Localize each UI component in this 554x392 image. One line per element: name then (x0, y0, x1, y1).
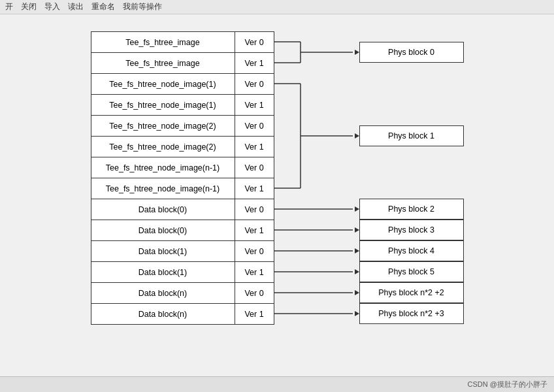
phys-block: Phys block 0 (359, 42, 464, 63)
toolbar-ops[interactable]: 我前等操作 (123, 1, 162, 12)
toolbar-close[interactable]: 关闭 (21, 1, 37, 12)
table-name-cell: Tee_fs_htree_node_image(n-1) (91, 157, 235, 178)
table-name-cell: Data block(0) (91, 199, 235, 220)
footer-text: CSDN @摸肚子的小胖子 (468, 380, 547, 389)
bottom-bar: CSDN @摸肚子的小胖子 (0, 376, 554, 392)
table-name-cell: Data block(1) (91, 241, 235, 262)
table-ver-cell: Ver 1 (235, 304, 274, 325)
table-ver-cell: Ver 1 (235, 262, 274, 283)
phys-block: Phys block n*2 +3 (359, 303, 464, 324)
table-ver-cell: Ver 0 (235, 157, 274, 178)
table-ver-cell: Ver 0 (235, 199, 274, 220)
toolbar: 开 关闭 导入 读出 重命名 我前等操作 (0, 0, 554, 14)
table-ver-cell: Ver 1 (235, 178, 274, 199)
phys-block: Phys block 1 (359, 125, 464, 146)
table-ver-cell: Ver 1 (235, 137, 274, 157)
table-name-cell: Data block(1) (91, 262, 235, 283)
table-ver-cell: Ver 0 (235, 283, 274, 304)
left-table: Tee_fs_htree_imageVer 0Tee_fs_htree_imag… (91, 31, 274, 325)
table-ver-cell: Ver 0 (235, 74, 274, 95)
table-ver-cell: Ver 0 (235, 32, 274, 53)
svg-marker-17 (355, 269, 359, 274)
table-ver-cell: Ver 1 (235, 220, 274, 241)
phys-block: Phys block 2 (359, 199, 464, 220)
phys-block: Phys block 5 (359, 261, 464, 282)
svg-marker-19 (355, 290, 359, 295)
table-name-cell: Tee_fs_htree_image (91, 53, 235, 74)
svg-marker-13 (355, 227, 359, 233)
table-name-cell: Tee_fs_htree_node_image(1) (91, 74, 235, 95)
phys-block: Phys block n*2 +2 (359, 282, 464, 303)
phys-block: Phys block 4 (359, 240, 464, 261)
table-name-cell: Data block(n) (91, 283, 235, 304)
table-name-cell: Tee_fs_htree_node_image(2) (91, 116, 235, 137)
toolbar-read[interactable]: 读出 (68, 1, 84, 12)
svg-marker-15 (355, 248, 359, 253)
svg-marker-11 (355, 206, 359, 212)
table-name-cell: Tee_fs_htree_node_image(1) (91, 95, 235, 116)
toolbar-rename[interactable]: 重命名 (91, 1, 115, 12)
toolbar-open[interactable]: 开 (5, 1, 13, 12)
table-name-cell: Data block(n) (91, 304, 235, 325)
toolbar-import[interactable]: 导入 (44, 1, 60, 12)
phys-block: Phys block 3 (359, 220, 464, 240)
diagram-container: Tee_fs_htree_imageVer 0Tee_fs_htree_imag… (91, 31, 464, 325)
right-blocks: Phys block 0Phys block 1Phys block 2Phys… (359, 31, 464, 324)
table-ver-cell: Ver 1 (235, 95, 274, 116)
table-name-cell: Tee_fs_htree_node_image(n-1) (91, 178, 235, 199)
svg-marker-4 (355, 50, 359, 55)
svg-marker-9 (355, 133, 359, 139)
table-name-cell: Tee_fs_htree_image (91, 32, 235, 53)
main-content: Tee_fs_htree_imageVer 0Tee_fs_htree_imag… (0, 14, 554, 376)
table-ver-cell: Ver 1 (235, 53, 274, 74)
svg-marker-21 (355, 311, 359, 316)
table-name-cell: Tee_fs_htree_node_image(2) (91, 137, 235, 157)
table-ver-cell: Ver 0 (235, 116, 274, 137)
table-ver-cell: Ver 0 (235, 241, 274, 262)
table-name-cell: Data block(0) (91, 220, 235, 241)
